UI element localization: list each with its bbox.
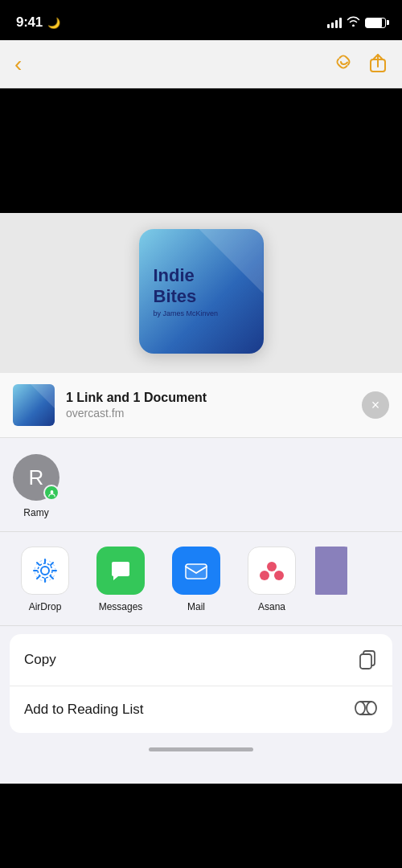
share-close-button[interactable]: ×	[362, 391, 389, 419]
share-info-row: 1 Link and 1 Document overcast.fm ×	[0, 373, 402, 438]
app-item-asana[interactable]: Asana	[240, 547, 304, 612]
app-item-messages[interactable]: Messages	[88, 547, 153, 612]
status-bar: 9:41 🌙	[0, 0, 402, 40]
apps-row: AirDrop Messages Mail	[0, 532, 402, 626]
back-button[interactable]: ‹	[14, 53, 22, 76]
svg-point-9	[260, 571, 269, 580]
home-indicator-area	[0, 733, 402, 758]
share-thumbnail	[13, 384, 55, 426]
airdrop-icon	[21, 547, 69, 595]
wifi-icon	[347, 16, 360, 29]
share-icon[interactable]	[368, 52, 388, 76]
svg-point-8	[267, 562, 277, 571]
contact-name: Ramy	[23, 507, 48, 518]
status-time: 9:41	[16, 14, 43, 31]
share-info-url: overcast.fm	[66, 407, 351, 420]
mail-label: Mail	[187, 601, 205, 612]
mail-icon	[172, 547, 220, 595]
home-indicator	[149, 747, 253, 751]
podcast-area: IndieBites by James McKinven	[0, 213, 402, 373]
signal-icon	[327, 17, 342, 28]
svg-point-10	[274, 571, 284, 580]
app-item-overflow[interactable]	[315, 547, 347, 612]
contact-initial: R	[29, 465, 44, 490]
contacts-row: R Ramy	[0, 438, 402, 532]
copy-action-row[interactable]: Copy	[10, 634, 392, 686]
action-rows: Copy Add to Reading List	[10, 634, 392, 733]
share-sheet: R Ramy	[0, 438, 402, 784]
copy-label: Copy	[24, 652, 56, 668]
svg-point-3	[41, 567, 49, 575]
link-icon[interactable]	[333, 53, 354, 76]
svg-rect-6	[186, 564, 207, 579]
svg-point-14	[367, 702, 376, 714]
contact-item[interactable]: R Ramy	[13, 454, 59, 518]
status-icons	[327, 16, 386, 29]
podcast-title: IndieBites	[154, 265, 197, 306]
svg-rect-12	[360, 654, 371, 669]
reading-list-label: Add to Reading List	[24, 702, 143, 718]
reading-list-action-row[interactable]: Add to Reading List	[10, 686, 392, 733]
app-item-mail[interactable]: Mail	[164, 547, 228, 612]
nav-bar: ‹	[0, 40, 402, 88]
messages-label: Messages	[99, 601, 143, 612]
asana-icon	[248, 547, 296, 595]
airdrop-label: AirDrop	[29, 601, 62, 612]
svg-point-2	[50, 490, 53, 493]
reading-list-icon	[354, 699, 378, 720]
contact-avatar: R	[13, 454, 59, 501]
contact-badge	[43, 485, 59, 501]
content-area	[0, 88, 402, 213]
overflow-icon	[315, 547, 347, 595]
podcast-cover: IndieBites by James McKinven	[139, 229, 264, 354]
battery-icon	[365, 18, 386, 28]
copy-icon	[357, 647, 378, 673]
asana-label: Asana	[258, 601, 285, 612]
messages-icon	[96, 547, 145, 595]
podcast-subtitle: by James McKinven	[154, 309, 219, 317]
share-info-text: 1 Link and 1 Document overcast.fm	[66, 391, 351, 420]
moon-icon: 🌙	[47, 17, 60, 29]
app-item-airdrop[interactable]: AirDrop	[13, 547, 77, 612]
svg-point-13	[355, 702, 365, 714]
share-info-title: 1 Link and 1 Document	[66, 391, 351, 405]
